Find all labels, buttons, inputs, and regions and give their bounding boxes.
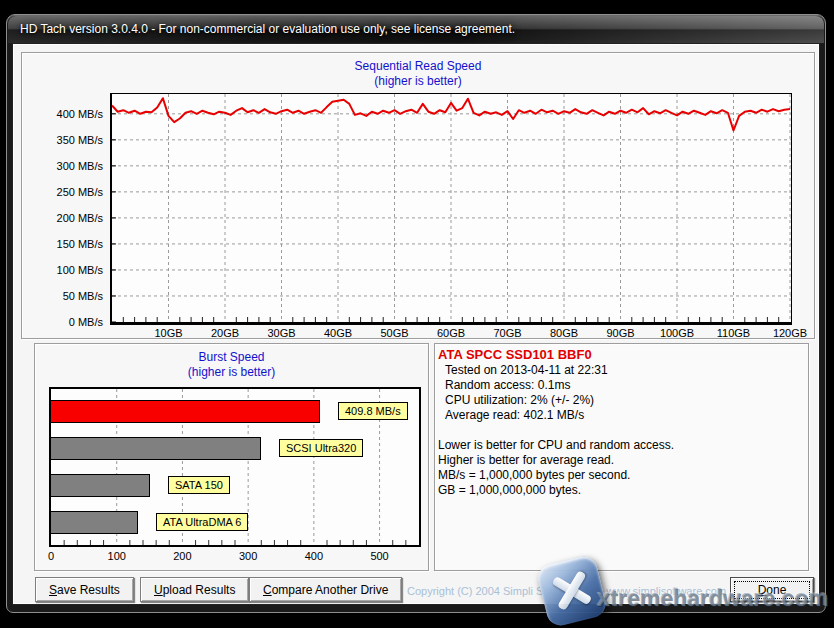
stat-line: Average read: 402.1 MB/s (445, 408, 808, 423)
drive-info-panel: ATA SPCC SSD101 BBF0 Tested on 2013-04-1… (434, 343, 809, 571)
x-axis-tick-label: 120GB (765, 327, 815, 339)
x-axis-tick-label: 110GB (709, 327, 759, 339)
burst-x-tick-label: 100 (100, 550, 134, 562)
y-axis-tick-label: 100 MB/s (57, 263, 103, 277)
sequential-plot-area (110, 93, 792, 325)
y-axis-tick-label: 150 MB/s (57, 237, 103, 251)
burst-x-tick-label: 300 (231, 550, 265, 562)
sequential-y-axis: 400 MB/s350 MB/s300 MB/s250 MB/s200 MB/s… (24, 93, 108, 325)
compare-another-drive-button[interactable]: Compare Another Drive (249, 577, 402, 602)
window-title: HD Tach version 3.0.4.0 - For non-commer… (20, 22, 515, 36)
note-line: Lower is better for CPU and random acces… (438, 438, 808, 453)
burst-x-tick-label: 200 (165, 550, 199, 562)
burst-x-tick-label: 500 (363, 550, 397, 562)
burst-chart-subtitle: (higher is better) (35, 365, 428, 380)
stat-line: CPU utilization: 2% (+/- 2%) (445, 393, 808, 408)
burst-bar (51, 400, 320, 423)
x-axis-tick-label: 40GB (313, 327, 363, 339)
bar-value-label: 409.8 MB/s (338, 402, 408, 420)
sequential-x-axis: 10GB20GB30GB40GB50GB60GB70GB80GB90GB100G… (110, 327, 792, 343)
note-line: Higher is better for average read. (438, 453, 808, 468)
drive-name: ATA SPCC SSD101 BBF0 (438, 347, 808, 362)
sequential-chart-title: Sequential Read Speed (22, 59, 814, 74)
burst-bar (51, 474, 150, 497)
stat-line: Tested on 2013-04-11 at 22:31 (445, 363, 808, 378)
y-axis-tick-label: 250 MB/s (57, 185, 103, 199)
screenshot-stage: HD Tach version 3.0.4.0 - For non-commer… (0, 0, 834, 628)
x-axis-tick-label: 80GB (539, 327, 589, 339)
burst-speed-panel: Burst Speed (higher is better) 409.8 MB/… (34, 343, 429, 571)
client-area: Sequential Read Speed (higher is better)… (12, 43, 820, 605)
sequential-chart: 400 MB/s350 MB/s300 MB/s250 MB/s200 MB/s… (24, 93, 812, 339)
sequential-read-plot (110, 93, 792, 325)
burst-bar (51, 437, 261, 460)
burst-plot-area: 409.8 MB/sSCSI Ultra320SATA 150ATA Ultra… (49, 387, 421, 547)
burst-x-tick-label: 400 (297, 550, 331, 562)
drive-stats: Tested on 2013-04-11 at 22:31Random acce… (435, 363, 808, 423)
upload-results-button[interactable]: Upload Results (140, 577, 249, 602)
bar-value-label: SCSI Ultra320 (279, 439, 363, 457)
y-axis-tick-label: 300 MB/s (57, 159, 103, 173)
bar-connector (150, 484, 168, 488)
burst-x-tick-label: 0 (34, 550, 68, 562)
x-axis-tick-label: 70GB (483, 327, 533, 339)
burst-chart-title: Burst Speed (35, 350, 428, 365)
x-axis-tick-label: 50GB (370, 327, 420, 339)
bar-connector (320, 410, 338, 414)
burst-bar (51, 511, 138, 534)
y-axis-tick-label: 350 MB/s (57, 133, 103, 147)
x-axis-tick-label: 100GB (652, 327, 702, 339)
window-titlebar[interactable]: HD Tach version 3.0.4.0 - For non-commer… (8, 16, 824, 43)
y-axis-tick-label: 50 MB/s (63, 289, 103, 303)
bar-connector (138, 521, 156, 525)
sequential-chart-subtitle: (higher is better) (22, 74, 814, 89)
hd-tach-window: HD Tach version 3.0.4.0 - For non-commer… (6, 14, 826, 613)
x-axis-tick-label: 10GB (144, 327, 194, 339)
save-results-button[interactable]: Save Results (35, 577, 134, 602)
info-notes: Lower is better for CPU and random acces… (435, 438, 808, 498)
bar-value-label: ATA UltraDMA 6 (156, 513, 248, 531)
x-axis-tick-label: 30GB (257, 327, 307, 339)
y-axis-tick-label: 0 MB/s (69, 315, 103, 329)
y-axis-tick-label: 400 MB/s (57, 107, 103, 121)
sequential-read-panel: Sequential Read Speed (higher is better)… (21, 52, 815, 339)
note-line: GB = 1,000,000,000 bytes. (438, 483, 808, 498)
bar-connector (261, 447, 279, 451)
x-axis-tick-label: 20GB (200, 327, 250, 339)
stat-line: Random access: 0.1ms (445, 378, 808, 393)
x-axis-tick-label: 60GB (426, 327, 476, 339)
burst-x-axis: 0100200300400500 (51, 550, 419, 566)
xtremehardware-watermark: xtremehardware.com (597, 585, 828, 612)
bar-value-label: SATA 150 (168, 476, 230, 494)
x-axis-tick-label: 90GB (596, 327, 646, 339)
note-line: MB/s = 1,000,000 bytes per second. (438, 468, 808, 483)
y-axis-tick-label: 200 MB/s (57, 211, 103, 225)
